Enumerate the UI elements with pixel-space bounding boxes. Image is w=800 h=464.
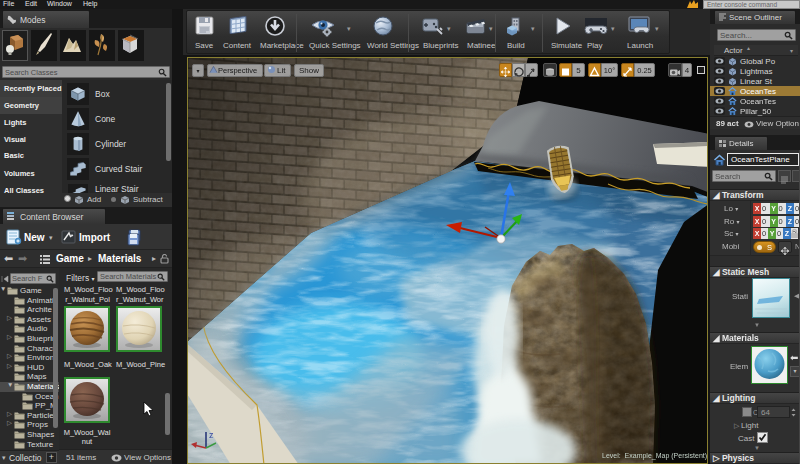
svg-text:Level: Example_Map (Persisten: Level: Example_Map (Persistent) [602, 452, 707, 460]
svg-text:z: z [209, 430, 214, 440]
